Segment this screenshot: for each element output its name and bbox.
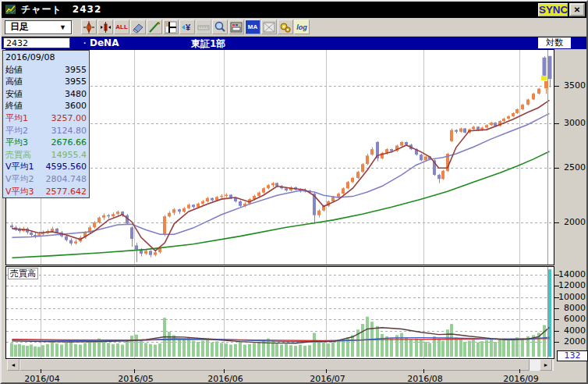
show-all-icon[interactable]: ALL (114, 20, 129, 34)
x-axis-tick (519, 369, 520, 373)
volume-axis-label: 2000 (557, 336, 586, 347)
volume-axis-tick (554, 286, 559, 286)
price-axis-tick (554, 168, 559, 169)
price-axis-label: 3500 (557, 80, 586, 91)
chart-window: チャート 2432 SYNC ✕ 日足 ▼ ALL ¥ (0, 0, 588, 384)
x-axis-label: 2016/06 (202, 374, 249, 384)
chart-area: 売買高 2016/09/08 始値3955 高値3955 安値3480 終値36… (2, 49, 586, 382)
svg-text:¥: ¥ (186, 23, 191, 32)
period-dropdown[interactable]: 日足 ▼ (5, 20, 72, 34)
app-icon (5, 4, 17, 16)
x-axis-tick (41, 369, 41, 373)
info-row-ma3: 平均32676.66 (5, 137, 87, 149)
volume-axis-tick (554, 308, 559, 309)
candle-width-shrink-icon[interactable] (97, 20, 113, 34)
scrollbar-thumb[interactable] (19, 359, 530, 371)
price-marker-icon[interactable]: ¥ (179, 20, 195, 34)
info-row-open: 始値3955 (5, 64, 87, 76)
volume-axis-tick (554, 331, 559, 332)
info-row-volume: 売買高14955.4 (5, 149, 87, 162)
moving-average-icon[interactable]: MA (245, 20, 260, 34)
stock-board-icon[interactable] (228, 20, 244, 34)
window-title: チャート 2432 (21, 3, 101, 16)
pane-layout-icon[interactable] (163, 20, 179, 34)
volume-axis-label: 12000 (557, 280, 586, 290)
x-axis-tick (134, 369, 135, 373)
info-row-low: 安値3480 (5, 88, 87, 101)
volume-axis-label: 10000 (557, 292, 586, 302)
info-row-vma1: V平均14595.560 (5, 161, 87, 173)
x-axis-label: 2016/07 (304, 374, 351, 384)
price-axis-tick (554, 86, 559, 87)
info-row-close: 終値3600 (5, 100, 87, 112)
stock-name: DeNA (90, 37, 119, 48)
price-axis-tick (554, 222, 559, 223)
toolbar: 日足 ▼ ALL ¥ (2, 18, 586, 37)
ruler-icon[interactable] (196, 20, 211, 34)
envelope-icon[interactable] (261, 20, 277, 34)
info-row-ma1: 平均13257.00 (5, 112, 87, 125)
volume-axis-tick (554, 297, 559, 298)
bar-count-box: 132 (557, 350, 588, 361)
info-row-high: 高値3955 (5, 76, 87, 88)
info-row-vma2: V平均22804.748 (5, 173, 87, 186)
x-axis-label: 2016/09 (498, 374, 544, 384)
candle-width-expand-icon[interactable] (81, 20, 97, 34)
horizontal-scrollbar: ◄ ► (7, 359, 554, 371)
log-scale-icon[interactable]: log (294, 20, 310, 34)
price-axis-tick (554, 123, 559, 124)
volume-axis-label: 4000 (557, 325, 586, 336)
scrollbar-track[interactable] (530, 359, 540, 371)
x-axis-label: 2016/08 (402, 374, 448, 384)
x-axis-label: 2016/04 (19, 374, 66, 384)
scale-mode-label: 対数 (538, 37, 571, 48)
volume-axis-tick (554, 319, 559, 320)
price-axis-label: 2500 (557, 162, 586, 172)
volume-axis-tick (554, 275, 559, 276)
price-axis-label: 2000 (557, 217, 586, 227)
info-row-vma3: V平均32577.642 (5, 186, 87, 198)
volume-axis-label: 8000 (557, 303, 586, 313)
volume-axis-tick (554, 342, 559, 343)
scroll-left-button[interactable]: ◄ (7, 359, 19, 371)
x-axis-tick (423, 369, 424, 373)
settings-gears-icon[interactable] (278, 20, 293, 34)
eraser-icon[interactable] (130, 20, 146, 34)
ohlc-info-panel: 2016/09/08 始値3955 高値3955 安値3480 終値3600 平… (2, 50, 90, 198)
trendline-pencil-icon[interactable] (147, 20, 162, 34)
volume-pane[interactable]: 売買高 (5, 266, 554, 359)
zoom-icon[interactable] (212, 20, 228, 34)
title-bar: チャート 2432 SYNC ✕ (2, 2, 586, 18)
stock-info-bar: ・ DeNA 東証1部 対数 (2, 37, 586, 49)
info-row-ma2: 平均23124.80 (5, 125, 87, 137)
volume-axis-label: 14000 (557, 269, 586, 279)
x-axis-tick (326, 369, 327, 373)
volume-axis-label: 6000 (557, 314, 586, 324)
price-axis-label: 3000 (557, 118, 586, 128)
sync-button[interactable]: SYNC (538, 3, 568, 16)
close-button[interactable]: ✕ (569, 3, 585, 16)
cursor-date: 2016/09/08 (5, 52, 87, 64)
x-axis-label: 2016/05 (112, 374, 159, 384)
chevron-down-icon: ▼ (59, 23, 66, 31)
stock-code-input[interactable] (3, 37, 70, 48)
scroll-right-button[interactable]: ► (540, 359, 552, 371)
separator-dot: ・ (80, 37, 89, 49)
period-label: 日足 (10, 20, 29, 34)
x-axis-tick (224, 369, 225, 373)
volume-pane-label: 売買高 (8, 268, 38, 279)
